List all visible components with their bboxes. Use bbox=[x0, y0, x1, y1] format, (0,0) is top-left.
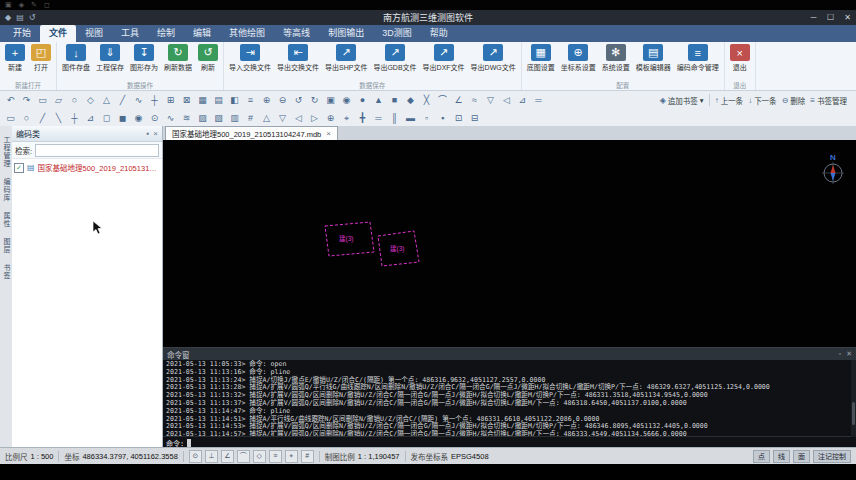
tool-icon[interactable]: ▫ bbox=[419, 111, 434, 125]
sidebar-vertical-tab[interactable]: 属性 bbox=[1, 212, 11, 228]
tool-icon[interactable]: ▲ bbox=[371, 93, 386, 107]
tool-icon[interactable]: ⊙ bbox=[147, 111, 162, 125]
next-bookmark-button[interactable]: ↓ 下一条 bbox=[748, 95, 777, 106]
tool-icon[interactable]: ▭ bbox=[35, 93, 50, 107]
tool-icon[interactable]: ▬ bbox=[403, 111, 418, 125]
tool-icon[interactable]: ▽ bbox=[275, 111, 290, 125]
layer-toggle-button[interactable]: 注记控制 bbox=[813, 450, 851, 463]
ribbon-button[interactable]: ↓图件存盘 bbox=[59, 43, 93, 73]
ribbon-button[interactable]: ↻刷新数据 bbox=[161, 43, 195, 73]
tool-icon[interactable]: ║ bbox=[387, 111, 402, 125]
minimize-button[interactable]: ─ bbox=[805, 10, 822, 25]
tool-icon[interactable]: ╳ bbox=[419, 93, 434, 107]
tool-icon[interactable]: ↻ bbox=[307, 93, 322, 107]
tool-icon[interactable]: ⊿ bbox=[515, 93, 530, 107]
tool-icon[interactable]: ○ bbox=[19, 111, 34, 125]
tool-icon[interactable]: ⊠ bbox=[179, 93, 194, 107]
compass-icon[interactable]: N bbox=[819, 152, 847, 186]
tool-icon[interactable]: ◻ bbox=[99, 111, 114, 125]
tool-icon[interactable]: ■ bbox=[387, 93, 402, 107]
save-quick-icon[interactable]: ▤ bbox=[16, 13, 24, 22]
menu-tab-2[interactable]: 文件 bbox=[40, 25, 76, 42]
snap-toggle-icon[interactable]: ∠ bbox=[221, 450, 234, 463]
checkbox-icon[interactable]: ✓ bbox=[14, 163, 24, 173]
tool-icon[interactable]: ⊕ bbox=[323, 111, 338, 125]
tool-icon[interactable]: ≡ bbox=[243, 93, 258, 107]
menu-tab-11[interactable]: 帮助 bbox=[421, 25, 457, 42]
snap-toggle-icon[interactable]: ⌒ bbox=[237, 450, 250, 463]
tool-icon[interactable]: ◧ bbox=[227, 93, 242, 107]
ribbon-button[interactable]: ≡编码命令管理 bbox=[674, 43, 722, 73]
tool-icon[interactable]: ▤ bbox=[211, 93, 226, 107]
tool-icon[interactable]: ◁ bbox=[291, 111, 306, 125]
tool-icon[interactable]: ▧ bbox=[211, 111, 226, 125]
ribbon-button[interactable]: +新建 bbox=[2, 43, 28, 73]
tool-icon[interactable]: ↷ bbox=[19, 93, 34, 107]
tool-icon[interactable]: ⊿ bbox=[83, 111, 98, 125]
tool-icon[interactable]: △ bbox=[259, 111, 274, 125]
tool-icon[interactable]: ╲ bbox=[51, 111, 66, 125]
ribbon-button[interactable]: ↗导出GDB文件 bbox=[370, 43, 419, 73]
snap-toggle-icon[interactable]: # bbox=[301, 450, 314, 463]
tool-icon[interactable]: ▣ bbox=[323, 93, 338, 107]
tool-icon[interactable]: ↺ bbox=[291, 93, 306, 107]
ribbon-button[interactable]: ✻系统设置 bbox=[599, 43, 633, 73]
add-bookmark-button[interactable]: ◈ 追加书签 ▾ bbox=[660, 95, 704, 106]
tool-icon[interactable]: ┼ bbox=[67, 111, 82, 125]
snap-toggle-icon[interactable]: ⊙ bbox=[189, 450, 202, 463]
tool-icon[interactable]: ▱ bbox=[51, 93, 66, 107]
tab-close-icon[interactable]: × bbox=[326, 129, 331, 138]
manage-bookmark-button[interactable]: ≡ 书签管理 bbox=[810, 95, 847, 106]
command-scrollbar[interactable] bbox=[851, 360, 856, 437]
menu-tab-8[interactable]: 等高线 bbox=[274, 25, 319, 42]
menu-tab-5[interactable]: 绘制 bbox=[148, 25, 184, 42]
tool-icon[interactable]: ◆ bbox=[403, 93, 418, 107]
ribbon-button[interactable]: ▦底图设置 bbox=[524, 43, 558, 73]
tool-icon[interactable]: ▥ bbox=[227, 111, 242, 125]
tool-icon[interactable]: ╱ bbox=[35, 111, 50, 125]
close-button[interactable]: ✕ bbox=[839, 10, 856, 25]
map-canvas[interactable]: 建(3)建(3) N bbox=[163, 140, 856, 347]
tool-icon[interactable]: ╱ bbox=[115, 93, 130, 107]
prev-bookmark-button[interactable]: ↑ 上一条 bbox=[715, 95, 744, 106]
menu-tab-3[interactable]: 视图 bbox=[76, 25, 112, 42]
tool-icon[interactable]: ⌖ bbox=[339, 111, 354, 125]
snap-toggle-icon[interactable]: ◇ bbox=[253, 450, 266, 463]
tool-icon[interactable]: ◁ bbox=[499, 93, 514, 107]
tool-icon[interactable]: ▨ bbox=[195, 111, 210, 125]
tool-icon[interactable]: ● bbox=[355, 93, 370, 107]
sidebar-vertical-tab[interactable]: 工程管理 bbox=[1, 136, 11, 168]
ribbon-button[interactable]: ×退出 bbox=[727, 43, 753, 73]
tool-icon[interactable]: ╋ bbox=[355, 111, 370, 125]
tool-icon[interactable]: ○ bbox=[67, 93, 82, 107]
ribbon-button[interactable]: ⊕坐标系设置 bbox=[558, 43, 599, 73]
tool-icon[interactable]: ▭ bbox=[3, 111, 18, 125]
maximize-button[interactable]: ☐ bbox=[822, 10, 839, 25]
ribbon-button[interactable]: ↗导出DWG文件 bbox=[468, 43, 519, 73]
undo-quick-icon[interactable]: ↺ bbox=[29, 13, 36, 22]
search-input[interactable] bbox=[35, 144, 159, 157]
ribbon-button[interactable]: ▤模板编辑器 bbox=[633, 43, 674, 73]
tool-icon[interactable]: ⊟ bbox=[467, 111, 482, 125]
snap-toggle-icon[interactable]: ⊥ bbox=[205, 450, 218, 463]
tool-icon[interactable]: ◼ bbox=[115, 111, 130, 125]
sidebar-vertical-tab[interactable]: 编码库 bbox=[1, 178, 11, 202]
panel-close-icon[interactable]: × bbox=[153, 129, 158, 138]
ribbon-button[interactable]: ↗导出DXF文件 bbox=[420, 43, 468, 73]
sidebar-vertical-tab[interactable]: 图层 bbox=[1, 238, 11, 254]
tool-icon[interactable]: ═ bbox=[371, 111, 386, 125]
tool-icon[interactable]: ▦ bbox=[195, 93, 210, 107]
menu-tab-1[interactable]: 开始 bbox=[4, 25, 40, 42]
pin-icon[interactable]: ▪ bbox=[146, 129, 149, 138]
layer-toggle-button[interactable]: 面 bbox=[793, 450, 810, 463]
snap-toggle-icon[interactable]: ≡ bbox=[269, 450, 282, 463]
scale-value[interactable]: 1 : 500 bbox=[31, 452, 54, 461]
menu-tab-4[interactable]: 工具 bbox=[112, 25, 148, 42]
tree-item[interactable]: ✓▤国家基础地理500_2019_210513104247.mdb (.. bbox=[14, 162, 160, 173]
ribbon-button[interactable]: ↧图形存为 bbox=[127, 43, 161, 73]
tool-icon[interactable]: ◉ bbox=[131, 111, 146, 125]
tool-icon[interactable]: ⊖ bbox=[275, 93, 290, 107]
tool-icon[interactable]: ▪ bbox=[435, 111, 450, 125]
tool-icon[interactable]: ⌒ bbox=[435, 93, 450, 107]
menu-tab-7[interactable]: 其他绘图 bbox=[220, 25, 274, 42]
